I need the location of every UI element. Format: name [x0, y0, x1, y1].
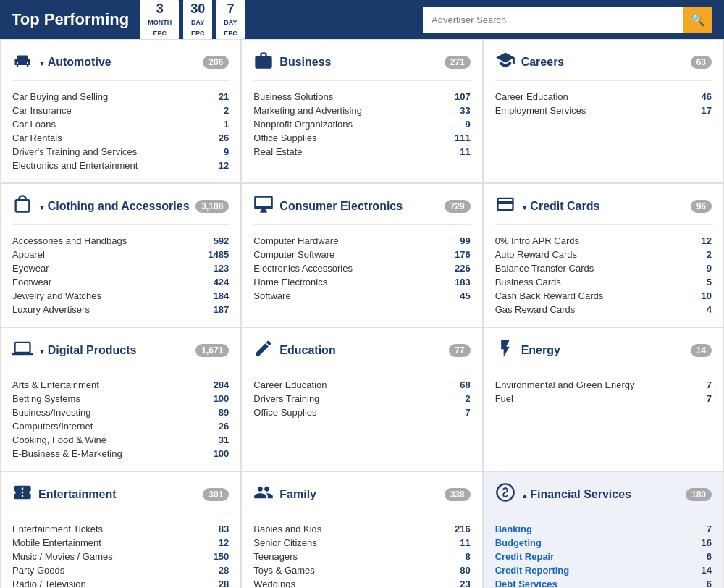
list-item[interactable]: Music / Movies / Games150 — [12, 550, 229, 563]
list-item[interactable]: Business Cards5 — [495, 275, 712, 289]
list-item[interactable]: Party Goods28 — [12, 563, 229, 577]
list-item[interactable]: Apparel1485 — [12, 248, 229, 261]
list-item[interactable]: Marketing and Advertising33 — [253, 104, 470, 117]
cat-title-consumer-electronics[interactable]: Consumer Electronics — [279, 200, 444, 213]
list-item[interactable]: Babies and Kids216 — [253, 522, 470, 536]
list-item[interactable]: Business/Investing89 — [12, 406, 229, 419]
list-item[interactable]: Mobile Entertainment12 — [12, 536, 229, 550]
list-item[interactable]: Environmental and Green Energy7 — [495, 378, 712, 392]
cat-title-entertainment[interactable]: Entertainment — [38, 488, 203, 501]
epc-3month-label: MONTHEPC — [148, 19, 172, 36]
list-item[interactable]: Cooking, Food & Wine31 — [12, 433, 229, 447]
epc-30day-button[interactable]: 30 DAYEPC — [183, 0, 212, 41]
list-item[interactable]: Radio / Television28 — [12, 577, 229, 588]
list-item[interactable]: Cash Back Reward Cards10 — [495, 289, 712, 303]
list-item[interactable]: Credit Reporting14 — [495, 563, 712, 577]
list-item[interactable]: Teenagers8 — [253, 550, 470, 563]
list-item[interactable]: Computer Software176 — [253, 248, 470, 261]
list-item[interactable]: Auto Reward Cards2 — [495, 248, 712, 261]
cat-count-family: 338 — [445, 488, 471, 501]
epc-30day-num: 30 — [190, 1, 205, 17]
cat-title-energy[interactable]: Energy — [521, 344, 691, 357]
category-financial-services: Financial Services 180 Banking7 Budgetin… — [483, 471, 724, 588]
category-careers: Careers 63 Career Education46 Employment… — [483, 39, 724, 183]
search-input[interactable] — [423, 7, 683, 33]
car-icon — [12, 50, 33, 75]
cat-count-digital-products: 1,671 — [195, 344, 229, 357]
list-item[interactable]: Weddings23 — [253, 577, 470, 588]
cat-count-education: 77 — [449, 344, 470, 357]
list-item[interactable]: Jewelry and Watches184 — [12, 289, 229, 303]
list-item[interactable]: Debt Services6 — [495, 577, 712, 588]
list-item[interactable]: E-Business & E-Marketing100 — [12, 447, 229, 461]
list-item[interactable]: Nonprofit Organizations9 — [253, 117, 470, 131]
cat-title-financial-services[interactable]: Financial Services — [521, 488, 686, 501]
list-item[interactable]: Fuel7 — [495, 392, 712, 406]
list-item[interactable]: Footwear424 — [12, 275, 229, 289]
list-item[interactable]: Driver's Training and Services9 — [12, 145, 229, 159]
list-item[interactable]: Car Insurance2 — [12, 104, 229, 117]
search-icon: 🔍 — [691, 13, 705, 27]
cat-header-automotive: Automotive 206 — [12, 50, 229, 81]
list-item[interactable]: Career Education46 — [495, 90, 712, 104]
cat-header-financial-services: Financial Services 180 — [495, 482, 712, 513]
list-item[interactable]: Electronics Accessories226 — [253, 261, 470, 275]
epc-3month-button[interactable]: 3 MONTHEPC — [140, 0, 179, 41]
monitor-icon — [253, 194, 274, 219]
list-item[interactable]: Career Education68 — [253, 378, 470, 392]
cat-count-financial-services: 180 — [686, 488, 712, 501]
list-item[interactable]: Drivers Training2 — [253, 392, 470, 406]
page-title: Top Performing — [12, 10, 129, 29]
arrow-financial-services — [521, 488, 531, 500]
cat-items-consumer-electronics: Computer Hardware99 Computer Software176… — [253, 234, 470, 303]
cat-title-credit-cards[interactable]: Credit Cards — [521, 200, 691, 213]
list-item[interactable]: Entertainment Tickets83 — [12, 522, 229, 536]
cat-title-clothing[interactable]: Clothing and Accessories — [38, 200, 195, 213]
list-item[interactable]: Accessories and Handbags592 — [12, 234, 229, 248]
list-item[interactable]: Budgeting16 — [495, 536, 712, 550]
list-item[interactable]: Credit Repair6 — [495, 550, 712, 563]
list-item[interactable]: Banking7 — [495, 522, 712, 536]
cat-items-credit-cards: 0% Intro APR Cards12 Auto Reward Cards2 … — [495, 234, 712, 316]
category-automotive: Automotive 206 Car Buying and Selling21 … — [0, 39, 241, 183]
cat-title-business[interactable]: Business — [279, 56, 444, 69]
list-item[interactable]: Senior Citizens11 — [253, 536, 470, 550]
cat-count-credit-cards: 96 — [691, 200, 712, 213]
cat-title-digital-products[interactable]: Digital Products — [38, 344, 195, 357]
list-item[interactable]: Toys & Games80 — [253, 563, 470, 577]
list-item[interactable]: Business Solutions107 — [253, 90, 470, 104]
list-item[interactable]: Employment Services17 — [495, 104, 712, 117]
search-button[interactable]: 🔍 — [683, 7, 712, 33]
list-item[interactable]: Eyewear123 — [12, 261, 229, 275]
list-item[interactable]: Software45 — [253, 289, 470, 303]
list-item[interactable]: Office Supplies111 — [253, 131, 470, 145]
cat-title-careers[interactable]: Careers — [521, 56, 691, 69]
cat-title-education[interactable]: Education — [279, 344, 449, 357]
list-item[interactable]: Gas Reward Cards4 — [495, 303, 712, 316]
ticket-icon — [12, 482, 33, 507]
list-item[interactable]: Computers/Internet26 — [12, 419, 229, 433]
cat-count-business: 271 — [445, 56, 471, 69]
list-item[interactable]: 0% Intro APR Cards12 — [495, 234, 712, 248]
list-item[interactable]: Betting Systems100 — [12, 392, 229, 406]
cat-title-family[interactable]: Family — [279, 488, 444, 501]
list-item[interactable]: Office Supplies7 — [253, 406, 470, 419]
list-item[interactable]: Home Electronics183 — [253, 275, 470, 289]
epc-7day-button[interactable]: 7 DAYEPC — [216, 0, 245, 41]
list-item[interactable]: Car Buying and Selling21 — [12, 90, 229, 104]
list-item[interactable]: Arts & Entertainment284 — [12, 378, 229, 392]
list-item[interactable]: Computer Hardware99 — [253, 234, 470, 248]
list-item[interactable]: Electronics and Entertainment12 — [12, 159, 229, 172]
cat-title-automotive[interactable]: Automotive — [38, 56, 203, 69]
list-item[interactable]: Luxury Advertisers187 — [12, 303, 229, 316]
cat-items-financial-services: Banking7 Budgeting16 Credit Repair6 Cred… — [495, 522, 712, 588]
cat-count-automotive: 206 — [203, 56, 229, 69]
cat-items-energy: Environmental and Green Energy7 Fuel7 — [495, 378, 712, 406]
list-item[interactable]: Balance Transfer Cards9 — [495, 261, 712, 275]
list-item[interactable]: Car Loans1 — [12, 117, 229, 131]
list-item[interactable]: Real Estate11 — [253, 145, 470, 159]
cat-items-entertainment: Entertainment Tickets83 Mobile Entertain… — [12, 522, 229, 588]
cat-header-business: Business 271 — [253, 50, 470, 81]
graduation-icon — [495, 50, 515, 75]
list-item[interactable]: Car Rentals26 — [12, 131, 229, 145]
